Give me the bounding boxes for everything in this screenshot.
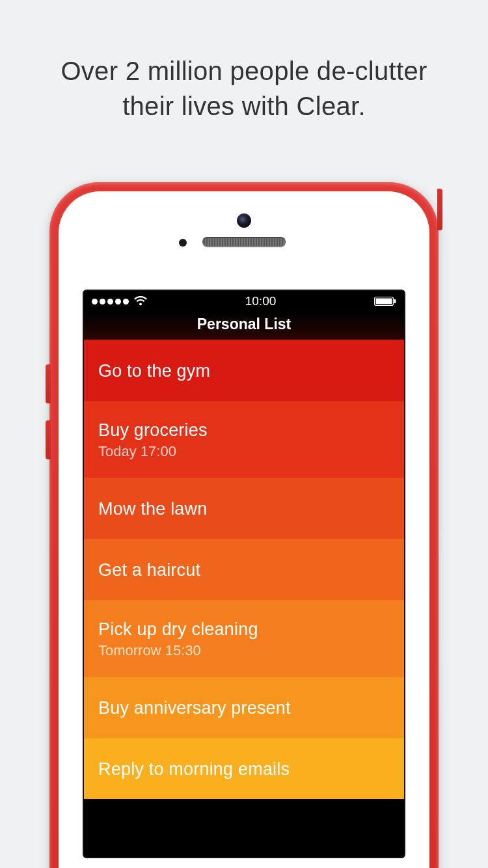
- task-title: Go to the gym: [98, 361, 390, 381]
- phone-screen: 10:00 Personal List Go to the gym Buy gr…: [84, 291, 404, 857]
- phone-frame: 10:00 Personal List Go to the gym Buy gr…: [49, 182, 439, 868]
- front-camera-icon: [237, 213, 251, 228]
- empty-space: [84, 799, 404, 838]
- marketing-headline: Over 2 million people de-clutter their l…: [0, 0, 488, 124]
- volume-up-button-icon: [46, 364, 51, 403]
- status-bar: 10:00: [84, 291, 404, 312]
- phone-face: 10:00 Personal List Go to the gym Buy gr…: [59, 191, 429, 868]
- signal-strength-icon: [92, 299, 129, 305]
- task-item[interactable]: Pick up dry cleaning Tomorrow 15:30: [84, 600, 404, 677]
- task-due: Today 17:00: [98, 443, 390, 460]
- task-title: Pick up dry cleaning: [98, 619, 390, 640]
- wifi-icon: [134, 296, 147, 306]
- task-item[interactable]: Reply to morning emails: [84, 738, 404, 799]
- svg-rect-2: [394, 299, 396, 303]
- task-due: Tomorrow 15:30: [98, 642, 390, 659]
- task-title: Buy anniversary present: [98, 698, 390, 718]
- power-button-icon: [437, 189, 442, 230]
- task-item[interactable]: Get a haircut: [84, 539, 404, 600]
- headline-line-2: their lives with Clear.: [122, 92, 366, 120]
- task-title: Buy groceries: [98, 420, 390, 441]
- task-item[interactable]: Buy anniversary present: [84, 677, 404, 738]
- earpiece-speaker-icon: [202, 237, 286, 247]
- task-item[interactable]: Buy groceries Today 17:00: [84, 401, 404, 478]
- svg-rect-1: [375, 299, 392, 305]
- list-title: Personal List: [84, 312, 404, 340]
- task-title: Mow the lawn: [98, 499, 390, 519]
- proximity-sensor-icon: [179, 239, 187, 247]
- task-title: Get a haircut: [98, 560, 390, 580]
- battery-icon: [374, 296, 396, 306]
- task-item[interactable]: Mow the lawn: [84, 478, 404, 539]
- task-list[interactable]: Go to the gym Buy groceries Today 17:00 …: [84, 340, 404, 799]
- headline-line-1: Over 2 million people de-clutter: [61, 57, 427, 85]
- phone-sensors: [59, 213, 429, 247]
- task-item[interactable]: Go to the gym: [84, 340, 404, 401]
- volume-down-button-icon: [46, 420, 51, 459]
- task-title: Reply to morning emails: [98, 759, 390, 780]
- status-time: 10:00: [245, 294, 277, 308]
